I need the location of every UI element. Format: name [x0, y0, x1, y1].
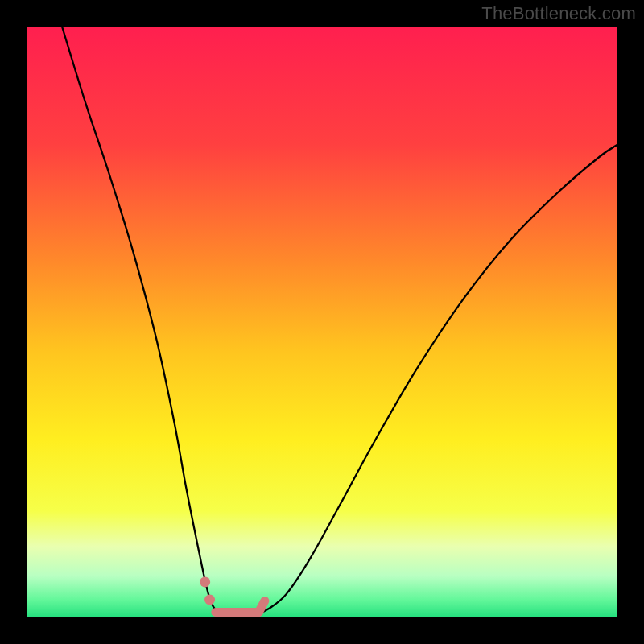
bottleneck-chart — [0, 0, 644, 644]
plot-background — [27, 27, 617, 617]
chart-stage: TheBottleneck.com — [0, 0, 644, 644]
valley-tail — [258, 601, 264, 612]
valley-dot-0 — [200, 576, 210, 587]
valley-dot-1 — [204, 594, 215, 605]
watermark-text: TheBottleneck.com — [481, 3, 636, 24]
